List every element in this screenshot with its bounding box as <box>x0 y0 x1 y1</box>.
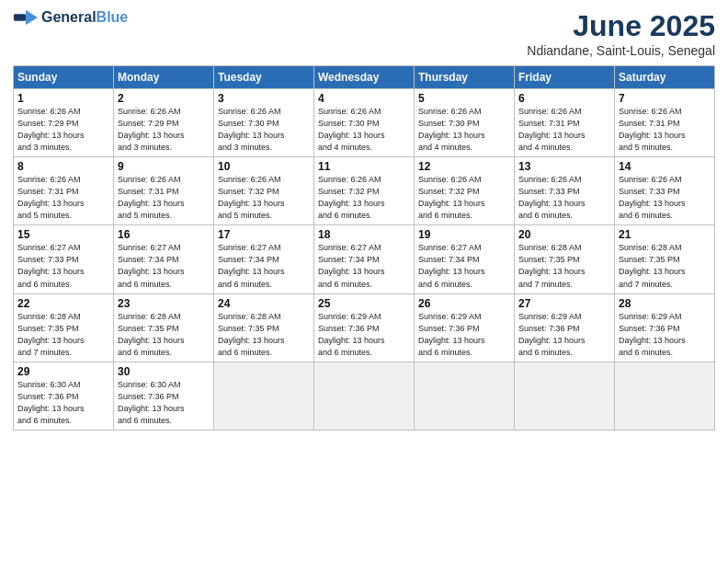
svg-rect-0 <box>14 14 26 20</box>
day-number: 21 <box>619 228 711 241</box>
weekday-header-saturday: Saturday <box>615 66 715 89</box>
day-number: 9 <box>118 160 210 173</box>
weekday-header-row: SundayMondayTuesdayWednesdayThursdayFrid… <box>14 66 715 89</box>
day-cell-13: 13 Sunrise: 6:26 AM Sunset: 7:33 PM Dayl… <box>515 157 615 225</box>
day-number: 28 <box>619 297 711 310</box>
day-number: 20 <box>518 228 610 241</box>
day-info: Sunrise: 6:26 AM Sunset: 7:32 PM Dayligh… <box>218 174 310 222</box>
day-cell-28: 28 Sunrise: 6:29 AM Sunset: 7:36 PM Dayl… <box>615 293 715 362</box>
empty-cell <box>214 362 314 430</box>
day-cell-23: 23 Sunrise: 6:28 AM Sunset: 7:35 PM Dayl… <box>114 293 214 362</box>
day-info: Sunrise: 6:28 AM Sunset: 7:35 PM Dayligh… <box>17 311 109 359</box>
week-row-1: 1 Sunrise: 6:26 AM Sunset: 7:29 PM Dayli… <box>14 89 715 157</box>
day-cell-12: 12 Sunrise: 6:26 AM Sunset: 7:32 PM Dayl… <box>415 157 515 225</box>
day-cell-21: 21 Sunrise: 6:28 AM Sunset: 7:35 PM Dayl… <box>615 225 715 293</box>
day-number: 10 <box>218 160 310 173</box>
week-row-5: 29 Sunrise: 6:30 AM Sunset: 7:36 PM Dayl… <box>14 362 715 430</box>
day-info: Sunrise: 6:26 AM Sunset: 7:29 PM Dayligh… <box>17 106 109 154</box>
day-number: 3 <box>218 92 310 105</box>
day-info: Sunrise: 6:28 AM Sunset: 7:35 PM Dayligh… <box>518 242 610 290</box>
day-number: 6 <box>518 92 610 105</box>
day-info: Sunrise: 6:27 AM Sunset: 7:34 PM Dayligh… <box>118 242 210 290</box>
weekday-header-tuesday: Tuesday <box>214 66 314 89</box>
day-info: Sunrise: 6:30 AM Sunset: 7:36 PM Dayligh… <box>118 379 210 427</box>
empty-cell <box>515 362 615 430</box>
calendar-table: SundayMondayTuesdayWednesdayThursdayFrid… <box>13 65 715 431</box>
day-info: Sunrise: 6:26 AM Sunset: 7:30 PM Dayligh… <box>218 106 310 154</box>
day-number: 25 <box>318 297 410 310</box>
day-number: 22 <box>17 297 109 310</box>
day-number: 26 <box>418 297 510 310</box>
day-info: Sunrise: 6:26 AM Sunset: 7:30 PM Dayligh… <box>318 106 410 154</box>
empty-cell <box>615 362 715 430</box>
day-info: Sunrise: 6:28 AM Sunset: 7:35 PM Dayligh… <box>118 311 210 359</box>
day-info: Sunrise: 6:26 AM Sunset: 7:31 PM Dayligh… <box>118 174 210 222</box>
weekday-header-monday: Monday <box>114 66 214 89</box>
week-row-2: 8 Sunrise: 6:26 AM Sunset: 7:31 PM Dayli… <box>14 157 715 225</box>
day-cell-5: 5 Sunrise: 6:26 AM Sunset: 7:30 PM Dayli… <box>415 89 515 157</box>
day-cell-6: 6 Sunrise: 6:26 AM Sunset: 7:31 PM Dayli… <box>515 89 615 157</box>
empty-cell <box>415 362 515 430</box>
day-info: Sunrise: 6:29 AM Sunset: 7:36 PM Dayligh… <box>418 311 510 359</box>
day-cell-14: 14 Sunrise: 6:26 AM Sunset: 7:33 PM Dayl… <box>615 157 715 225</box>
day-cell-19: 19 Sunrise: 6:27 AM Sunset: 7:34 PM Dayl… <box>415 225 515 293</box>
day-cell-1: 1 Sunrise: 6:26 AM Sunset: 7:29 PM Dayli… <box>14 89 114 157</box>
day-number: 5 <box>418 92 510 105</box>
day-info: Sunrise: 6:27 AM Sunset: 7:34 PM Dayligh… <box>418 242 510 290</box>
day-number: 30 <box>118 365 210 378</box>
title-block: June 2025 Ndiandane, Saint-Louis, Senega… <box>527 9 715 58</box>
day-cell-2: 2 Sunrise: 6:26 AM Sunset: 7:29 PM Dayli… <box>114 89 214 157</box>
day-number: 13 <box>518 160 610 173</box>
day-cell-30: 30 Sunrise: 6:30 AM Sunset: 7:36 PM Dayl… <box>114 362 214 430</box>
day-info: Sunrise: 6:26 AM Sunset: 7:29 PM Dayligh… <box>118 106 210 154</box>
day-number: 18 <box>318 228 410 241</box>
day-number: 17 <box>218 228 310 241</box>
day-cell-24: 24 Sunrise: 6:28 AM Sunset: 7:35 PM Dayl… <box>214 293 314 362</box>
day-number: 16 <box>118 228 210 241</box>
day-cell-7: 7 Sunrise: 6:26 AM Sunset: 7:31 PM Dayli… <box>615 89 715 157</box>
day-info: Sunrise: 6:28 AM Sunset: 7:35 PM Dayligh… <box>619 242 711 290</box>
day-info: Sunrise: 6:27 AM Sunset: 7:33 PM Dayligh… <box>17 242 109 290</box>
day-number: 14 <box>619 160 711 173</box>
day-info: Sunrise: 6:30 AM Sunset: 7:36 PM Dayligh… <box>17 379 109 427</box>
page: GeneralBlue June 2025 Ndiandane, Saint-L… <box>0 0 728 563</box>
day-number: 27 <box>518 297 610 310</box>
day-cell-17: 17 Sunrise: 6:27 AM Sunset: 7:34 PM Dayl… <box>214 225 314 293</box>
day-info: Sunrise: 6:27 AM Sunset: 7:34 PM Dayligh… <box>318 242 410 290</box>
week-row-3: 15 Sunrise: 6:27 AM Sunset: 7:33 PM Dayl… <box>14 225 715 293</box>
calendar-title: June 2025 <box>527 9 715 43</box>
weekday-header-sunday: Sunday <box>14 66 114 89</box>
empty-cell <box>314 362 415 430</box>
day-info: Sunrise: 6:26 AM Sunset: 7:31 PM Dayligh… <box>17 174 109 222</box>
day-cell-15: 15 Sunrise: 6:27 AM Sunset: 7:33 PM Dayl… <box>14 225 114 293</box>
day-number: 29 <box>17 365 109 378</box>
day-info: Sunrise: 6:26 AM Sunset: 7:32 PM Dayligh… <box>418 174 510 222</box>
weekday-header-thursday: Thursday <box>415 66 515 89</box>
day-info: Sunrise: 6:29 AM Sunset: 7:36 PM Dayligh… <box>619 311 711 359</box>
day-number: 15 <box>17 228 109 241</box>
day-info: Sunrise: 6:26 AM Sunset: 7:33 PM Dayligh… <box>619 174 711 222</box>
day-info: Sunrise: 6:26 AM Sunset: 7:33 PM Dayligh… <box>518 174 610 222</box>
day-info: Sunrise: 6:29 AM Sunset: 7:36 PM Dayligh… <box>318 311 410 359</box>
logo-general: General <box>41 9 97 25</box>
week-row-4: 22 Sunrise: 6:28 AM Sunset: 7:35 PM Dayl… <box>14 293 715 362</box>
day-cell-3: 3 Sunrise: 6:26 AM Sunset: 7:30 PM Dayli… <box>214 89 314 157</box>
logo: GeneralBlue <box>13 9 128 26</box>
day-number: 2 <box>118 92 210 105</box>
day-number: 8 <box>17 160 109 173</box>
day-number: 24 <box>218 297 310 310</box>
day-cell-16: 16 Sunrise: 6:27 AM Sunset: 7:34 PM Dayl… <box>114 225 214 293</box>
day-cell-18: 18 Sunrise: 6:27 AM Sunset: 7:34 PM Dayl… <box>314 225 415 293</box>
logo-blue: Blue <box>97 9 129 25</box>
day-cell-20: 20 Sunrise: 6:28 AM Sunset: 7:35 PM Dayl… <box>515 225 615 293</box>
logo-icon <box>13 10 39 25</box>
day-number: 11 <box>318 160 410 173</box>
day-cell-8: 8 Sunrise: 6:26 AM Sunset: 7:31 PM Dayli… <box>14 157 114 225</box>
day-cell-22: 22 Sunrise: 6:28 AM Sunset: 7:35 PM Dayl… <box>14 293 114 362</box>
day-info: Sunrise: 6:26 AM Sunset: 7:31 PM Dayligh… <box>518 106 610 154</box>
day-info: Sunrise: 6:26 AM Sunset: 7:30 PM Dayligh… <box>418 106 510 154</box>
day-number: 19 <box>418 228 510 241</box>
day-number: 4 <box>318 92 410 105</box>
calendar-subtitle: Ndiandane, Saint-Louis, Senegal <box>527 43 715 58</box>
day-info: Sunrise: 6:28 AM Sunset: 7:35 PM Dayligh… <box>218 311 310 359</box>
